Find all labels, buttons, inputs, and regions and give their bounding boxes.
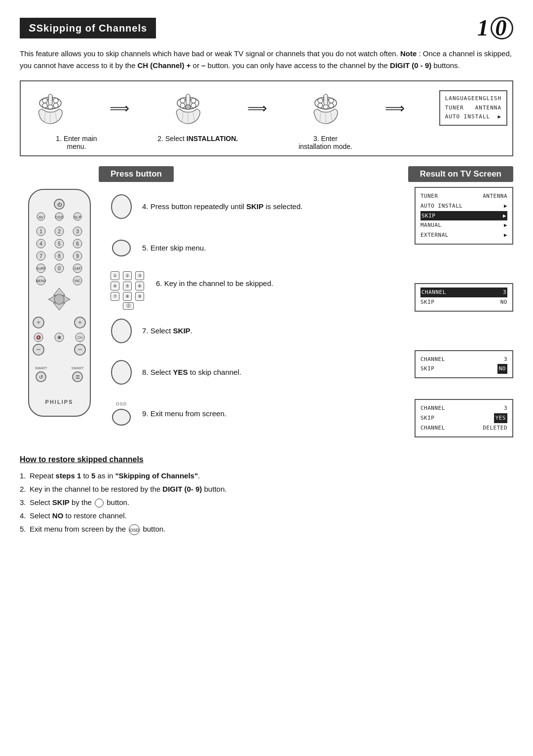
svg-text:MENU: MENU xyxy=(36,279,46,283)
svg-text:⏻: ⏻ xyxy=(57,202,62,207)
tv-r4-channel1: CHANNEL3 xyxy=(420,403,507,413)
step-6-row: ① ② ③ ④ ⑤ ⑥ ⑦ ⑧ ⑨ ⓪ 6. Key in the channe… xyxy=(109,270,405,309)
tv-r3-skip-val: NO xyxy=(497,364,507,374)
svg-point-97 xyxy=(112,195,131,218)
tv-r1-manual: MANUAL▶ xyxy=(420,220,507,230)
spacer-1 xyxy=(415,252,513,276)
page-title-box: SSkipping of Channels xyxy=(20,18,156,38)
tv-r3-skip: SKIP NO xyxy=(420,364,507,374)
restore-item-3: Select SKIP by the button. xyxy=(20,496,513,509)
tv-result-1: TUNERANTENNA AUTO INSTALL▶ SKIP▶ MANUAL▶… xyxy=(415,187,513,245)
svg-text:1: 1 xyxy=(39,229,42,234)
restore-item-4: Select NO to restore channel. xyxy=(20,509,513,522)
step-7-text: 7. Select SKIP. xyxy=(142,325,405,336)
restore-item-2: Key in the channel to be restored by the… xyxy=(20,482,513,496)
svg-point-98 xyxy=(113,240,130,256)
tv-screen-top: LANGUAGE ENGLISH TUNER ANTENNA AUTO INST… xyxy=(439,90,507,126)
step-labels-row: 1. Enter main menu. 2. Select INSTALLATI… xyxy=(26,135,507,150)
svg-text:SAP: SAP xyxy=(74,267,80,270)
spacer-2 xyxy=(415,319,513,343)
svg-point-1 xyxy=(42,98,47,103)
tv-row-autoinstall: AUTO INSTALL ▶ xyxy=(445,112,501,122)
remote-hand-1 xyxy=(26,88,75,128)
step-label-3: 3. Enter installation mode. xyxy=(299,135,352,150)
tv-r1-tuner: TUNERANTENNA xyxy=(420,191,507,201)
main-content: ⏻ AV OSD SLP 1 2 3 4 5 6 xyxy=(20,187,513,437)
step-9-osd-icon: OSD xyxy=(109,401,134,427)
tv-r4-channel-deleted: CHANNELDELETED xyxy=(420,423,507,433)
svg-point-4 xyxy=(42,103,47,108)
press-result-header: Press button Result on TV Screen xyxy=(20,166,513,182)
tv-r1-external: EXTERNAL▶ xyxy=(420,230,507,240)
step-4-row: 4. Press button repeatedly until SKIP is… xyxy=(109,187,405,226)
step-4-text: 4. Press button repeatedly until SKIP is… xyxy=(142,201,405,212)
arrow-3: ⟹ xyxy=(385,100,405,116)
step-label-2: 2. Select INSTALLATION. xyxy=(157,135,238,150)
svg-point-27 xyxy=(318,103,323,108)
arrow-1: ⟹ xyxy=(110,100,129,116)
step-5-row: 5. Enter skip menu. xyxy=(109,228,405,268)
svg-text:SURF: SURF xyxy=(36,267,45,270)
tv-result-4: CHANNEL3 SKIP YES CHANNELDELETED xyxy=(415,399,513,437)
svg-point-22 xyxy=(186,105,190,109)
svg-point-17 xyxy=(191,103,196,108)
osd-inline-icon: OSD xyxy=(129,524,140,535)
tv-r2-channel: CHANNEL3 xyxy=(420,288,507,297)
svg-text:4: 4 xyxy=(39,241,42,247)
remote-hand-2 xyxy=(163,88,213,128)
key-5: ⑤ xyxy=(123,282,132,290)
svg-point-26 xyxy=(329,98,334,103)
svg-text:CH: CH xyxy=(77,336,82,339)
tv-result-2: CHANNEL3 SKIPNO xyxy=(415,283,513,312)
tv-r1-autoinstall: AUTO INSTALL▶ xyxy=(420,201,507,211)
step-6-text: 6. Key in the channel to be skipped. xyxy=(156,278,405,289)
svg-text:☰: ☰ xyxy=(75,374,79,380)
key-0: ⓪ xyxy=(123,302,134,310)
step-6-keypad-icon: ① ② ③ ④ ⑤ ⑥ ⑦ ⑧ ⑨ ⓪ xyxy=(109,278,148,303)
restore-list: Repeat steps 1 to 5 as in "Skipping of C… xyxy=(20,469,513,536)
svg-text:−: − xyxy=(36,345,40,354)
restore-item-1: Repeat steps 1 to 5 as in "Skipping of C… xyxy=(20,469,513,482)
steps-area: 4. Press button repeatedly until SKIP is… xyxy=(109,187,405,437)
svg-text:7: 7 xyxy=(39,253,42,259)
step-8-row: 8. Select YES to skip channel. xyxy=(109,353,405,392)
key-1: ① xyxy=(111,271,119,280)
intro-text: This feature allows you to skip channels… xyxy=(20,48,513,72)
step-9-row: OSD 9. Exit menu from screen. xyxy=(109,394,405,433)
step-7-button-icon xyxy=(109,318,134,344)
svg-text:OSD: OSD xyxy=(55,215,64,219)
svg-rect-21 xyxy=(186,94,190,105)
svg-point-3 xyxy=(53,98,58,103)
svg-text:+: + xyxy=(37,319,40,326)
tv-r2-skip: SKIPNO xyxy=(420,297,507,307)
svg-point-101 xyxy=(113,409,130,425)
remote-hand-3 xyxy=(301,88,350,128)
svg-rect-10 xyxy=(48,94,52,105)
svg-point-15 xyxy=(180,103,185,108)
svg-point-24 xyxy=(318,98,323,103)
svg-rect-33 xyxy=(324,94,328,105)
svg-text:0: 0 xyxy=(58,266,61,271)
restore-item-5: Exit menu from screen by the OSD button. xyxy=(20,522,513,536)
svg-point-99 xyxy=(112,319,131,343)
page-number: 10 xyxy=(477,15,513,41)
tv-row-tuner: TUNER ANTENNA xyxy=(445,104,501,113)
circle-button-icon xyxy=(95,499,104,507)
spacer-3 xyxy=(415,385,513,392)
restore-section: How to restore skipped channels Repeat s… xyxy=(20,450,513,536)
key-7: ⑦ xyxy=(111,292,119,301)
page-header: SSkipping of Channels 10 xyxy=(20,15,513,41)
svg-text:6: 6 xyxy=(76,241,79,247)
key-3: ③ xyxy=(135,271,144,280)
step-label-1: 1. Enter main menu. xyxy=(56,135,97,150)
svg-text:✱: ✱ xyxy=(57,335,61,340)
remote-control: ⏻ AV OSD SLP 1 2 3 4 5 6 xyxy=(21,187,98,425)
svg-text:↺: ↺ xyxy=(39,374,43,380)
svg-text:−: − xyxy=(77,345,82,354)
svg-point-29 xyxy=(329,103,334,108)
svg-text:5: 5 xyxy=(58,241,61,247)
step-8-button-icon xyxy=(109,360,134,385)
tv-r4-skip-val: YES xyxy=(494,413,507,423)
remote-area: ⏻ AV OSD SLP 1 2 3 4 5 6 xyxy=(20,187,99,437)
svg-text:SLP: SLP xyxy=(74,215,81,219)
